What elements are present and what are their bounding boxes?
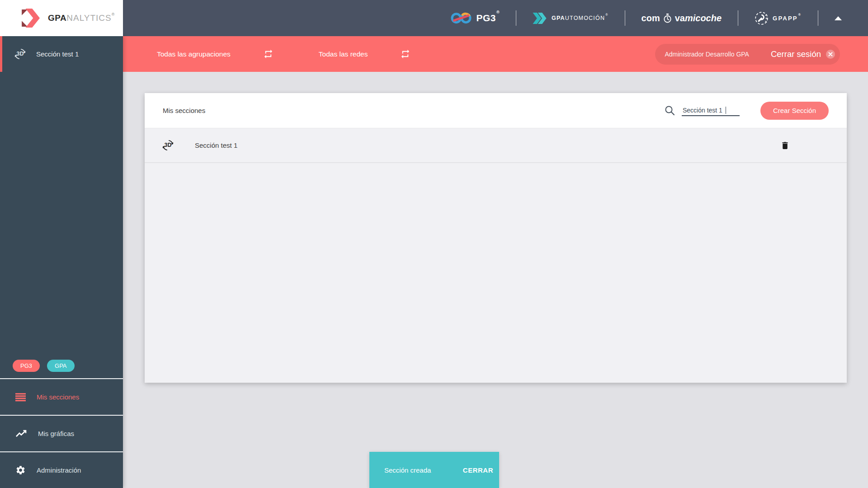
toast-close-button[interactable]: CERRAR [463,466,499,474]
header-divider [625,10,625,26]
brand-compravamicoche[interactable]: com vamicoche [642,13,722,23]
trash-icon[interactable] [780,141,790,150]
gpapp-label: GPAPP® [773,15,802,22]
gpautomocion-label: GPAUTOMOCIÓN® [552,15,608,21]
swap-icon[interactable] [384,49,410,59]
gpautomocion-logo-icon [533,12,547,24]
gpa-badge[interactable]: GPA [47,360,75,372]
sidebar-item-administracion[interactable]: Administración [0,451,123,488]
gpanalytics-logo-icon [20,9,41,28]
pg3-badge[interactable]: PG3 [13,360,40,372]
header-divider [738,10,738,26]
svg-text:3D: 3D [17,51,24,57]
search-icon[interactable] [664,105,675,116]
sidebar-item-label: Administración [37,466,81,474]
sidebar-item-mis-secciones[interactable]: Mis secciones [0,378,123,415]
rotate-3d-icon: 3D [14,48,26,60]
gear-icon [15,465,26,475]
groups-filter-label: Todas las agrupaciones [157,50,231,58]
toast-snackbar: Sección creada CERRAR [369,452,499,488]
caret-up-icon[interactable] [835,16,842,20]
header-divider [818,10,818,26]
line-chart-icon [15,429,27,438]
networks-filter[interactable]: Todas las redes [319,49,411,59]
logo-wordmark: GPANALYTICS® [48,13,115,23]
pg3-logo-icon [451,11,472,25]
brand-pg3[interactable]: PG3® [451,11,500,25]
filter-bar: Todas las agrupaciones Todas las redes A… [123,36,868,72]
clock-icon [661,13,674,23]
header-divider [516,10,516,26]
logout-button[interactable]: Cerrar sesión [771,49,821,59]
swap-icon[interactable] [247,49,274,59]
gpapp-logo-icon [755,11,769,25]
compravamicoche-label: com vamicoche [642,13,722,23]
page-title: Mis secciones [163,107,205,114]
networks-filter-label: Todas las redes [319,50,368,58]
badge-row: PG3 GPA [0,360,123,378]
user-name: Administrador Desarrollo GPA [665,51,749,58]
sidebar-item-label: Mis gráficas [38,430,74,437]
section-row-label: Sección test 1 [195,141,237,149]
groups-filter[interactable]: Todas las agrupaciones [157,49,274,59]
rotate-3d-icon: 3D [162,139,174,151]
sidebar-bottom: PG3 GPA Mis secciones Mis gráf [0,360,123,488]
sidebar-item-seccion-test[interactable]: 3D Sección test 1 [0,36,123,72]
list-icon [15,393,26,402]
brand-gpautomocion[interactable]: GPAUTOMOCIÓN® [533,12,608,24]
top-header: PG3® GPAUTOMOCIÓN® com vamicoche [123,0,868,36]
card-header: Mis secciones Crear Sección [145,93,847,128]
gpanalytics-logo[interactable]: GPANALYTICS® [0,0,123,36]
sidebar-item-label: Sección test 1 [36,50,79,58]
sidebar-item-label: Mis secciones [37,393,79,401]
user-session-pill: Administrador Desarrollo GPA Cerrar sesi… [655,44,840,65]
text-cursor [726,107,726,114]
toast-message: Sección creada [369,466,431,474]
svg-text:3D: 3D [165,142,172,148]
brand-gpapp[interactable]: GPAPP® [755,11,802,25]
logout-close-icon[interactable] [826,49,835,59]
search-input[interactable] [682,105,740,116]
section-row[interactable]: 3D Sección test 1 [145,128,847,163]
pg3-label: PG3® [476,13,500,23]
sidebar-item-mis-graficas[interactable]: Mis gráficas [0,415,123,451]
sidebar: 3D Sección test 1 PG3 GPA Mis s [0,36,123,488]
create-section-button[interactable]: Crear Sección [760,102,829,120]
sections-card: Mis secciones Crear Sección 3D [145,93,847,383]
